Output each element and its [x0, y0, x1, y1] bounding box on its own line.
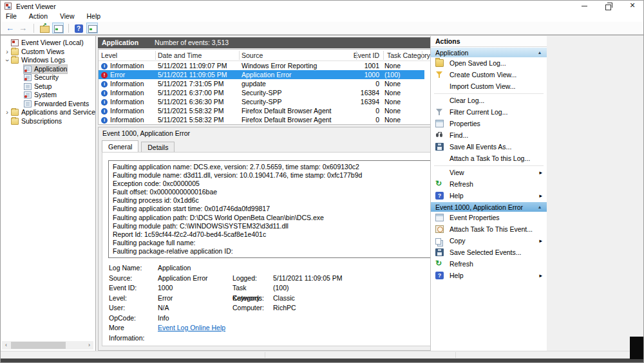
- screen-corner-artifact: [630, 337, 643, 359]
- minimize-icon[interactable]: [574, 1, 596, 11]
- export-log-icon[interactable]: [39, 23, 50, 33]
- event-viewer-app-icon: [5, 3, 12, 10]
- user-label: User:: [109, 303, 158, 313]
- menu-help[interactable]: Help: [81, 11, 106, 21]
- save-icon: [435, 143, 444, 151]
- menu-file[interactable]: File: [1, 11, 22, 21]
- event-row-selected[interactable]: Error 5/11/2021 11:09:05 PM Application …: [99, 70, 424, 79]
- help-icon[interactable]: [73, 23, 85, 33]
- opcode-label: OpCode:: [109, 313, 158, 324]
- log-icon: [24, 83, 32, 90]
- tree-item-subscriptions[interactable]: Subscriptions: [1, 117, 95, 126]
- info-icon: [101, 90, 108, 97]
- column-date-time[interactable]: Date and Time: [158, 50, 202, 61]
- separator: [434, 165, 544, 166]
- action-filter-current-log[interactable]: Filter Current Log...: [431, 106, 547, 118]
- source-label: Source:: [109, 274, 158, 284]
- event-row[interactable]: Information 5/11/2021 5:58:32 PM Firefox…: [99, 106, 424, 115]
- title-bar: Event Viewer: [1, 1, 643, 11]
- menu-bar: File Action View Help: [1, 11, 643, 22]
- toolbar: [1, 22, 643, 35]
- back-icon[interactable]: [4, 23, 15, 33]
- scrollbar-thumb[interactable]: [11, 342, 66, 349]
- scroll-left-icon[interactable]: ‹: [2, 341, 10, 349]
- logged-label: Logged:: [232, 274, 273, 284]
- menu-view[interactable]: View: [55, 11, 80, 21]
- action-help-event[interactable]: Help: [431, 270, 547, 281]
- action-save-all-events-as[interactable]: Save All Events As...: [431, 141, 547, 153]
- collapse-arrow-icon[interactable]: [538, 48, 541, 58]
- help-icon: [435, 272, 444, 279]
- action-refresh[interactable]: Refresh: [431, 178, 547, 190]
- log-name-value: Application: [158, 263, 232, 274]
- event-row[interactable]: Information 5/11/2021 6:37:00 PM Securit…: [99, 88, 424, 97]
- event-id-value: 1000: [158, 283, 232, 293]
- scroll-right-icon[interactable]: ›: [85, 341, 93, 349]
- chevron-right-icon[interactable]: [3, 48, 11, 57]
- chevron-right-icon[interactable]: [3, 108, 11, 117]
- tree-item-application[interactable]: Application: [1, 65, 95, 74]
- tree-item-applications-services-logs[interactable]: Applications and Services Lo: [1, 108, 95, 117]
- column-task-category[interactable]: Task Category: [387, 50, 430, 61]
- tree-item-system[interactable]: System: [1, 91, 95, 100]
- action-find[interactable]: Find...: [431, 129, 547, 141]
- column-level[interactable]: Level: [101, 50, 117, 61]
- action-properties[interactable]: Properties: [431, 118, 547, 129]
- folder-icon: [11, 57, 19, 64]
- action-copy[interactable]: Copy: [431, 235, 547, 247]
- toolbar-separator: [68, 24, 69, 33]
- console-window-icon[interactable]: [86, 23, 98, 33]
- menu-action[interactable]: Action: [24, 11, 53, 21]
- submenu-arrow-icon: [539, 235, 542, 247]
- window-title: Event Viewer: [16, 3, 56, 10]
- tree-horizontal-scrollbar[interactable]: ‹ ›: [2, 341, 93, 349]
- event-row[interactable]: Information 5/11/2021 11:09:07 PM Window…: [99, 61, 424, 70]
- log-icon: [24, 66, 32, 73]
- action-clear-log[interactable]: Clear Log...: [431, 95, 547, 106]
- submenu-arrow-icon: [539, 190, 542, 201]
- column-event-id[interactable]: Event ID: [337, 50, 379, 61]
- tab-details[interactable]: Details: [141, 142, 175, 153]
- event-log-online-help-link[interactable]: Event Log Online Help: [158, 323, 225, 333]
- computer-label: Computer:: [232, 303, 273, 313]
- action-view[interactable]: View: [431, 167, 547, 178]
- action-section-application[interactable]: Application: [431, 47, 547, 57]
- log-icon: [24, 100, 32, 107]
- log-name-label: Log Name:: [109, 263, 158, 274]
- action-create-custom-view[interactable]: Create Custom View...: [431, 69, 547, 80]
- restore-icon[interactable]: [598, 1, 620, 11]
- action-attach-task-to-event[interactable]: Attach Task To This Event...: [431, 223, 547, 235]
- tree-item-event-viewer-local[interactable]: Event Viewer (Local): [1, 39, 95, 48]
- tree-item-forwarded-events[interactable]: Forwarded Events: [1, 100, 95, 109]
- info-icon: [101, 117, 108, 124]
- action-save-selected-events[interactable]: Save Selected Events...: [431, 247, 547, 258]
- tree-item-windows-logs[interactable]: Windows Logs: [1, 56, 95, 65]
- column-source[interactable]: Source: [242, 50, 263, 61]
- refresh-icon: [435, 260, 444, 268]
- action-event-properties[interactable]: Event Properties: [431, 212, 547, 223]
- event-row[interactable]: Information 5/11/2021 7:31:05 PM gupdate…: [99, 79, 424, 88]
- action-attach-task-to-log[interactable]: Attach a Task To this Log...: [431, 153, 547, 164]
- window-controls: [574, 1, 643, 11]
- tree-item-custom-views[interactable]: Custom Views: [1, 48, 95, 57]
- event-row[interactable]: Information 5/11/2021 5:58:32 PM Firefox…: [99, 115, 424, 124]
- tree-item-setup[interactable]: Setup: [1, 82, 95, 91]
- help-icon: [435, 192, 444, 200]
- forward-icon[interactable]: [17, 23, 29, 33]
- action-refresh-event[interactable]: Refresh: [431, 258, 547, 270]
- action-help[interactable]: Help: [431, 190, 547, 201]
- user-value: N/A: [158, 303, 232, 313]
- event-row[interactable]: Information 5/11/2021 6:36:30 PM Securit…: [99, 97, 424, 106]
- folder-icon: [11, 118, 19, 125]
- log-icon: [24, 74, 32, 81]
- action-section-event[interactable]: Event 1000, Application Error: [431, 201, 547, 212]
- action-import-custom-view[interactable]: Import Custom View...: [431, 80, 547, 92]
- collapse-arrow-icon[interactable]: [538, 202, 541, 212]
- console-window-icon[interactable]: [52, 23, 64, 33]
- action-open-saved-log[interactable]: Open Saved Log...: [431, 57, 547, 69]
- close-icon[interactable]: [621, 1, 643, 11]
- tab-general[interactable]: General: [102, 140, 138, 152]
- chevron-down-icon[interactable]: [3, 56, 11, 65]
- event-viewer-icon: [11, 39, 19, 46]
- tree-item-security[interactable]: Security: [1, 73, 95, 82]
